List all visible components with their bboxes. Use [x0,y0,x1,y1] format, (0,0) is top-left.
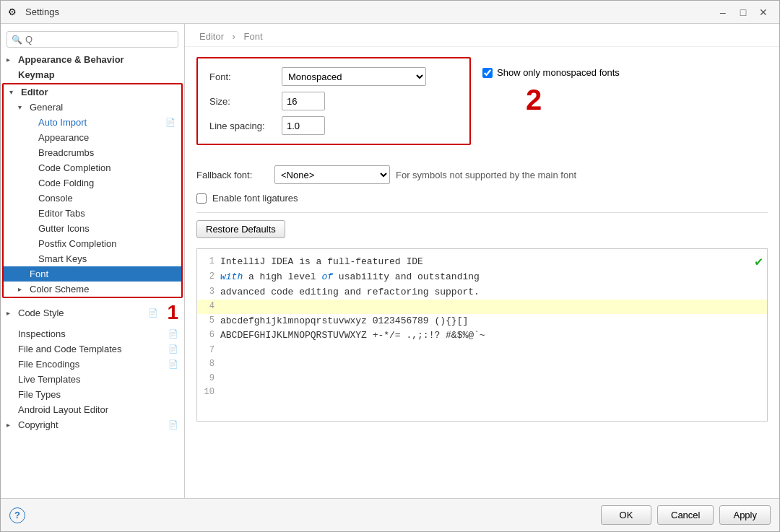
sidebar-item-general[interactable]: General [4,100,181,115]
maximize-button[interactable]: □ [734,4,752,21]
preview-line-3: 3 advanced code editing and refactoring … [197,285,767,300]
sidebar-item-code-folding[interactable]: Code Folding [4,175,181,191]
sidebar-item-file-code-templates[interactable]: File and Code Templates 📄 [1,341,184,357]
divider [196,212,768,213]
title-bar-controls: – □ ✕ [714,4,772,21]
sidebar: 🔍 Appearance & Behavior Keymap Editor [1,24,185,498]
sidebar-item-inspections[interactable]: Inspections 📄 [1,326,184,341]
apply-button[interactable]: Apply [719,505,771,525]
sidebar-item-smart-keys[interactable]: Smart Keys [4,251,181,266]
minimize-button[interactable]: – [714,4,732,21]
settings-icon: ⚙ [8,6,20,18]
sidebar-item-editor[interactable]: Editor [4,84,181,100]
sidebar-item-code-style[interactable]: Code Style 📄 1 [1,299,184,326]
sidebar-item-copyright[interactable]: Copyright 📄 [1,417,184,432]
sidebar-label: Color Scheme [30,284,89,295]
sidebar-badge: 📄 [165,118,176,127]
sidebar-item-file-types[interactable]: File Types [1,387,184,402]
sidebar-item-console[interactable]: Console [4,191,181,206]
line-code: abcdefghijklmnopqrstuvwxyz 0123456789 ()… [220,314,468,329]
right-controls: Show only monospaced fonts 2 [482,57,620,116]
breadcrumb-part2: Font [244,31,263,42]
line-spacing-input[interactable] [282,116,325,135]
settings-window: ⚙ Settings – □ ✕ 🔍 Appearance & Behavior… [0,0,780,532]
line-code: with a high level of usability and outst… [220,270,480,285]
sidebar-item-android-layout-editor[interactable]: Android Layout Editor [1,402,184,417]
sidebar-label: File Types [18,389,61,400]
line-number: 3 [197,285,220,299]
sidebar-label: Console [38,193,73,204]
sidebar-label: Keymap [18,69,55,80]
preview-line-6: 6 ABCDEFGHIJKLMNOPQRSTUVWXYZ +-*/= .,;:!… [197,328,767,344]
line-number: 6 [197,328,220,342]
line-number: 5 [197,314,220,328]
breadcrumb-separator: › [233,31,235,42]
sidebar-item-color-scheme[interactable]: Color Scheme [4,282,181,297]
sidebar-label: Smart Keys [38,253,87,264]
preview-line-5: 5 abcdefghijklmnopqrstuvwxyz 0123456789 … [197,314,767,329]
sidebar-label: Appearance [38,132,89,143]
preview-area: ✔ 1 IntelliJ IDEA is a full-featured IDE… [196,248,768,422]
search-input[interactable] [25,34,173,45]
preview-line-8: 8 [197,357,767,371]
fallback-select[interactable]: <None> [274,165,390,184]
sidebar-item-postfix-completion[interactable]: Postfix Completion [4,236,181,251]
breadcrumb-part1: Editor [199,31,224,42]
preview-line-7: 7 [197,344,767,357]
font-select[interactable]: Monospaced Consolas Courier New Fira Cod… [282,67,426,86]
sidebar-item-keymap[interactable]: Keymap [1,67,184,82]
preview-line-4: 4 [197,300,767,313]
title-bar-left: ⚙ Settings [8,6,59,18]
sidebar-label: Auto Import [38,117,87,128]
sidebar-item-live-templates[interactable]: Live Templates [1,372,184,387]
line-code: IntelliJ IDEA is a full-featured IDE [220,255,423,270]
ligatures-checkbox[interactable] [196,193,207,204]
size-input[interactable] [282,92,325,110]
restore-defaults-button[interactable]: Restore Defaults [196,220,285,238]
main-panel: Editor › Font Font: Monospaced Consolas [185,24,779,498]
dialog-buttons: OK Cancel Apply [601,505,771,525]
search-box[interactable]: 🔍 [6,31,178,48]
bottom-bar: ? OK Cancel Apply [1,498,779,531]
sidebar-label: Copyright [18,419,58,430]
preview-line-10: 10 [197,385,767,399]
line-number: 8 [197,357,220,371]
sidebar-label: Android Layout Editor [18,404,108,415]
show-mono-checkbox[interactable] [482,68,493,78]
show-mono-row: Show only monospaced fonts [482,67,620,78]
sidebar-item-font[interactable]: Font [4,266,181,282]
line-number: 7 [197,344,220,357]
triangle-icon [9,88,18,96]
sidebar-item-code-completion[interactable]: Code Completion [4,160,181,175]
size-label: Size: [209,96,282,107]
preview-line-2: 2 with a high level of usability and out… [197,270,767,285]
sidebar-item-gutter-icons[interactable]: Gutter Icons [4,221,181,236]
sidebar-item-breadcrumbs[interactable]: Breadcrumbs [4,145,181,160]
font-settings-box: Font: Monospaced Consolas Courier New Fi… [196,57,471,145]
ok-button[interactable]: OK [601,505,651,525]
fallback-row: Fallback font: <None> For symbols not su… [196,165,768,184]
cancel-button[interactable]: Cancel [657,505,714,525]
ligatures-label: Enable font ligatures [212,193,298,204]
sidebar-item-editor-tabs[interactable]: Editor Tabs [4,206,181,221]
sidebar-badge: 📄 [148,308,158,318]
search-icon: 🔍 [12,35,22,45]
checkmark-icon: ✔ [755,252,763,273]
help-button[interactable]: ? [9,507,25,523]
main-content: 🔍 Appearance & Behavior Keymap Editor [1,24,779,498]
sidebar-label: Font [30,269,48,279]
title-bar: ⚙ Settings – □ ✕ [1,1,779,24]
sidebar-label: Code Completion [38,162,110,173]
close-button[interactable]: ✕ [755,4,772,21]
sidebar-item-auto-import[interactable]: Auto Import 📄 [4,115,181,130]
sidebar-badge: 📄 [168,359,178,369]
sidebar-label: Postfix Completion [38,238,116,249]
sidebar-label: General [30,102,63,113]
sidebar-item-appearance-behavior[interactable]: Appearance & Behavior [1,52,184,67]
sidebar-item-file-encodings[interactable]: File Encodings 📄 [1,357,184,372]
line-number: 1 [197,255,220,269]
show-mono-label: Show only monospaced fonts [497,67,620,78]
sidebar-item-appearance[interactable]: Appearance [4,130,181,145]
triangle-icon [6,56,15,64]
sidebar-label: Live Templates [18,374,80,385]
